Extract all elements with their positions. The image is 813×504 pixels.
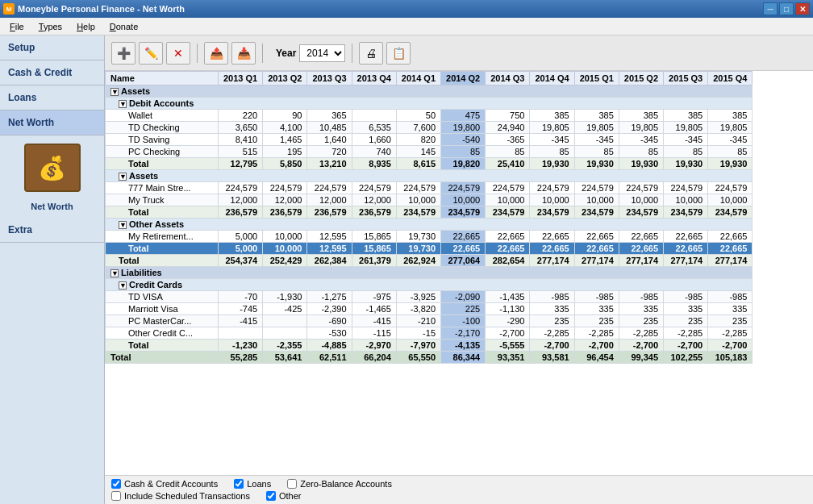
table-row[interactable]: Other Credit C... -530-115-15 -2,170 -2,… [106,327,753,339]
net-worth-icon-graphic: 💰 [38,155,66,181]
zero-balance-checkbox[interactable] [287,479,297,489]
col-header-2013q2: 2013 Q2 [263,72,307,85]
footer-row-1: Cash & Credit Accounts Loans Zero-Balanc… [111,479,807,489]
sidebar-item-setup[interactable]: Setup [0,35,104,60]
col-header-2013q4: 2013 Q4 [352,72,396,85]
col-header-name: Name [106,72,219,85]
table-row[interactable]: Marriott Visa -745-425-2,390-1,465-3,820… [106,303,753,315]
assets-header: ▼Assets [106,85,753,98]
other-label: Other [279,491,302,501]
close-button[interactable]: ✕ [795,2,810,15]
year-label: Year [276,48,296,59]
table-header-row: Name 2013 Q1 2013 Q2 2013 Q3 2013 Q4 201… [106,72,753,85]
menu-file[interactable]: File [3,20,31,33]
window-controls: ─ □ ✕ [763,2,810,15]
menu-types[interactable]: Types [32,20,69,33]
collapse-liabilities-icon[interactable]: ▼ [110,269,119,277]
checkbox-other[interactable]: Other [266,491,302,501]
checkbox-loans[interactable]: Loans [234,479,271,489]
toolbar-separator-3 [352,44,352,63]
scheduled-checkbox[interactable] [111,491,121,501]
liabilities-header: ▼Liabilities [106,267,753,279]
cash-credit-checkbox[interactable] [111,479,121,489]
assets-sub-total-row: Total 236,579236,579236,579236,579234,57… [106,206,753,219]
menu-donate[interactable]: Donate [103,20,144,33]
minimize-button[interactable]: ─ [763,2,778,15]
delete-button[interactable]: ✕ [166,42,190,65]
col-header-2014q3: 2014 Q3 [486,72,530,85]
section-assets: ▼Assets [106,85,753,98]
credit-cards-total-row: Total -1,230-2,355-4,885-2,970-7,970 -4,… [106,339,753,352]
maximize-button[interactable]: □ [779,2,794,15]
scheduled-label: Include Scheduled Transactions [124,491,250,501]
net-worth-icon-label: Net Worth [0,200,104,218]
col-header-2015q4: 2015 Q4 [708,72,753,85]
menu-help[interactable]: Help [70,20,102,33]
table-row[interactable]: 777 Main Stre... 224,579224,579224,57922… [106,182,753,194]
footer-row-2: Include Scheduled Transactions Other [111,491,807,501]
checkbox-zero-balance[interactable]: Zero-Balance Accounts [287,479,392,489]
table-row[interactable]: TD Saving 8,4101,4651,6401,660820 -540 -… [106,134,753,146]
col-header-2015q2: 2015 Q2 [619,72,663,85]
collapse-credit-cards-icon[interactable]: ▼ [119,281,127,289]
app-icon: M [3,3,15,15]
net-worth-icon-button[interactable]: 💰 [24,144,81,192]
cash-credit-label: Cash & Credit Accounts [124,479,218,489]
col-header-2014q1: 2014 Q1 [396,72,440,85]
window-title: Moneyble Personal Finance - Net Worth [18,4,185,14]
collapse-other-assets-icon[interactable]: ▼ [119,221,127,229]
menu-bar: File Types Help Donate [0,18,813,35]
section-liabilities: ▼Liabilities [106,267,753,279]
loans-label: Loans [247,479,271,489]
add-button[interactable]: ➕ [111,42,136,65]
collapse-assets-sub-icon[interactable]: ▼ [119,173,127,181]
year-select[interactable]: 2012 2013 2014 2015 2016 [299,44,345,62]
sidebar: Setup Cash & Credit Loans Net Worth 💰 Ne… [0,35,105,504]
sidebar-item-loans[interactable]: Loans [0,85,104,110]
col-header-2014q2: 2014 Q2 [441,72,486,85]
other-assets-header: ▼Other Assets [106,219,753,231]
subsection-other-assets: ▼Other Assets [106,219,753,231]
toolbar: ➕ ✏️ ✕ 📤 📥 Year 2012 2013 2014 2015 2016… [105,35,813,71]
other-assets-total-row[interactable]: Total 5,00010,00012,59515,86519,730 22,6… [106,243,753,255]
toolbar-separator-1 [197,44,198,63]
net-worth-table: Name 2013 Q1 2013 Q2 2013 Q3 2013 Q4 201… [105,71,753,364]
edit-button[interactable]: ✏️ [139,42,163,65]
export-down-button[interactable]: 📥 [231,42,256,65]
table-row[interactable]: TD VISA -70-1,930-1,275-975-3,925 -2,090… [106,291,753,303]
table-row[interactable]: Wallet 2209036550 475 750385385385385385 [106,110,753,122]
toolbar-separator-2 [262,44,263,63]
table-row[interactable]: PC MasterCar... -415-690-415-210 -100 -2… [106,315,753,327]
col-header-2014q4: 2014 Q4 [530,72,574,85]
table-container[interactable]: Name 2013 Q1 2013 Q2 2013 Q3 2013 Q4 201… [105,71,813,475]
zero-balance-label: Zero-Balance Accounts [300,479,392,489]
assets-sub-header: ▼Assets [106,170,753,182]
subsection-credit-cards: ▼Credit Cards [106,279,753,291]
table-row[interactable]: My Retirement... 5,00010,00012,59515,865… [106,231,753,243]
credit-cards-header: ▼Credit Cards [106,279,753,291]
col-header-2013q1: 2013 Q1 [219,72,263,85]
subsection-debit-accounts: ▼Debit Accounts [106,98,753,110]
table-row[interactable]: My Truck 12,00012,00012,00012,00010,000 … [106,194,753,206]
debit-accounts-header: ▼Debit Accounts [106,98,753,110]
table-row[interactable]: TD Checking 3,6504,10010,4856,5357,600 1… [106,122,753,134]
sidebar-item-net-worth[interactable]: Net Worth [0,110,104,135]
table-row[interactable]: PC Checking 515195720740145 85 858585858… [106,146,753,158]
loans-checkbox[interactable] [234,479,244,489]
collapse-debit-icon[interactable]: ▼ [119,100,127,108]
title-bar: M Moneyble Personal Finance - Net Worth … [0,0,813,18]
checkbox-scheduled[interactable]: Include Scheduled Transactions [111,491,250,501]
main-layout: Setup Cash & Credit Loans Net Worth 💰 Ne… [0,35,813,504]
export-up-button[interactable]: 📤 [204,42,228,65]
print-button-1[interactable]: 🖨 [359,42,383,65]
other-checkbox[interactable] [266,491,276,501]
collapse-assets-icon[interactable]: ▼ [110,88,119,96]
sidebar-item-cash-credit[interactable]: Cash & Credit [0,60,104,85]
content-area: ➕ ✏️ ✕ 📤 📥 Year 2012 2013 2014 2015 2016… [105,35,813,504]
checkbox-cash-credit[interactable]: Cash & Credit Accounts [111,479,218,489]
col-header-2015q1: 2015 Q1 [574,72,619,85]
title-bar-left: M Moneyble Personal Finance - Net Worth [3,3,185,15]
subsection-assets: ▼Assets [106,170,753,182]
sidebar-item-extra[interactable]: Extra [0,218,104,243]
print-button-2[interactable]: 📋 [386,42,411,65]
